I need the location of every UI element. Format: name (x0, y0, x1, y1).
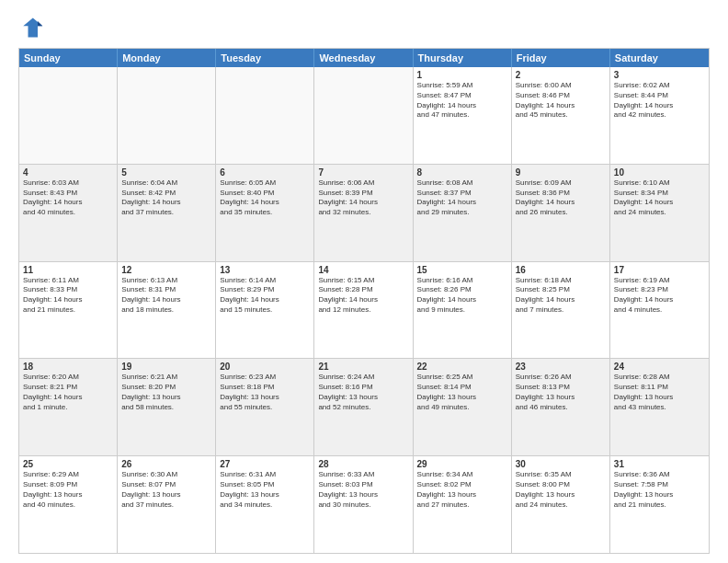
calendar-header-cell: Tuesday (216, 49, 314, 67)
day-number: 19 (121, 362, 211, 372)
cell-line: Daylight: 13 hours (220, 393, 310, 403)
calendar-cell: 5Sunrise: 6:04 AMSunset: 8:42 PMDaylight… (118, 165, 216, 261)
cell-line: Sunset: 8:26 PM (417, 285, 507, 295)
cell-line: Sunrise: 6:02 AM (614, 81, 705, 91)
day-number: 3 (614, 70, 705, 80)
cell-line: Daylight: 13 hours (516, 490, 606, 500)
cell-line: Sunrise: 6:31 AM (220, 470, 310, 480)
day-number: 11 (23, 265, 113, 275)
day-number: 30 (516, 459, 606, 469)
cell-line: Sunrise: 6:05 AM (220, 178, 310, 189)
calendar-header-cell: Sunday (19, 49, 118, 67)
calendar-cell: 29Sunrise: 6:34 AMSunset: 8:02 PMDayligh… (414, 456, 512, 553)
cell-line: Sunrise: 6:25 AM (417, 373, 507, 383)
cell-line: Sunset: 8:20 PM (121, 383, 211, 393)
cell-line: Sunset: 8:02 PM (417, 480, 507, 490)
day-number: 9 (516, 167, 606, 178)
calendar-cell: 31Sunrise: 6:36 AMSunset: 7:58 PMDayligh… (610, 456, 709, 553)
day-number: 6 (220, 167, 310, 178)
cell-line: Sunrise: 6:29 AM (23, 470, 113, 480)
cell-line: Sunrise: 6:24 AM (318, 373, 408, 383)
calendar-cell: 1Sunrise: 5:59 AMSunset: 8:47 PMDaylight… (414, 67, 512, 164)
cell-line: Sunrise: 6:36 AM (614, 470, 705, 480)
cell-line: Sunset: 8:44 PM (614, 91, 705, 101)
cell-line: Sunset: 8:36 PM (516, 189, 606, 199)
calendar-cell-empty (314, 67, 413, 164)
calendar-cell: 25Sunrise: 6:29 AMSunset: 8:09 PMDayligh… (19, 456, 118, 553)
cell-line: and 29 minutes. (417, 208, 507, 218)
calendar-cell: 24Sunrise: 6:28 AMSunset: 8:11 PMDayligh… (610, 359, 709, 455)
cell-line: Sunset: 8:11 PM (614, 383, 705, 393)
cell-line: and 55 minutes. (220, 403, 310, 413)
cell-line: Sunset: 8:23 PM (614, 285, 705, 295)
cell-line: Daylight: 13 hours (318, 490, 408, 500)
calendar-cell: 20Sunrise: 6:23 AMSunset: 8:18 PMDayligh… (216, 359, 314, 455)
calendar: SundayMondayTuesdayWednesdayThursdayFrid… (19, 49, 709, 553)
cell-line: Sunset: 8:33 PM (23, 285, 113, 295)
cell-line: Sunset: 8:46 PM (516, 91, 606, 101)
day-number: 28 (318, 459, 408, 469)
cell-line: Daylight: 14 hours (614, 101, 705, 111)
calendar-row: 1Sunrise: 5:59 AMSunset: 8:47 PMDaylight… (19, 67, 709, 165)
cell-line: Sunset: 8:34 PM (614, 189, 705, 199)
cell-line: Daylight: 14 hours (220, 198, 310, 208)
cell-line: Sunset: 8:03 PM (318, 480, 408, 490)
cell-line: Daylight: 14 hours (121, 295, 211, 305)
cell-line: Sunset: 8:14 PM (417, 383, 507, 393)
calendar-cell: 13Sunrise: 6:14 AMSunset: 8:29 PMDayligh… (216, 262, 314, 359)
calendar-cell: 11Sunrise: 6:11 AMSunset: 8:33 PMDayligh… (19, 262, 118, 359)
cell-line: Sunset: 8:40 PM (220, 189, 310, 199)
cell-line: Sunset: 8:47 PM (417, 91, 507, 101)
day-number: 20 (220, 362, 310, 372)
cell-line: and 52 minutes. (318, 403, 408, 413)
cell-line: Sunset: 8:00 PM (516, 480, 606, 490)
cell-line: Daylight: 13 hours (417, 490, 507, 500)
cell-line: and 4 minutes. (614, 305, 705, 316)
day-number: 29 (417, 459, 507, 469)
calendar-cell: 30Sunrise: 6:35 AMSunset: 8:00 PMDayligh… (512, 456, 610, 553)
calendar-cell: 17Sunrise: 6:19 AMSunset: 8:23 PMDayligh… (610, 262, 709, 359)
cell-line: and 37 minutes. (121, 208, 211, 218)
day-number: 26 (121, 459, 211, 469)
day-number: 7 (318, 167, 408, 178)
cell-line: and 9 minutes. (417, 305, 507, 316)
calendar-cell: 3Sunrise: 6:02 AMSunset: 8:44 PMDaylight… (610, 67, 709, 164)
cell-line: Daylight: 13 hours (220, 490, 310, 500)
calendar-cell: 16Sunrise: 6:18 AMSunset: 8:25 PMDayligh… (512, 262, 610, 359)
calendar-cell: 8Sunrise: 6:08 AMSunset: 8:37 PMDaylight… (414, 165, 512, 261)
calendar-row: 18Sunrise: 6:20 AMSunset: 8:21 PMDayligh… (19, 359, 709, 456)
cell-line: and 47 minutes. (417, 110, 507, 121)
day-number: 27 (220, 459, 310, 469)
day-number: 13 (220, 265, 310, 275)
cell-line: Sunrise: 6:15 AM (318, 276, 408, 286)
calendar-header-cell: Monday (118, 49, 216, 67)
cell-line: and 7 minutes. (516, 305, 606, 316)
calendar-cell-empty (19, 67, 118, 164)
cell-line: and 43 minutes. (614, 403, 705, 413)
cell-line: Sunset: 8:07 PM (121, 480, 211, 490)
cell-line: and 35 minutes. (220, 208, 310, 218)
cell-line: Daylight: 14 hours (220, 295, 310, 305)
calendar-cell: 2Sunrise: 6:00 AMSunset: 8:46 PMDaylight… (512, 67, 610, 164)
cell-line: Sunrise: 6:06 AM (318, 178, 408, 189)
cell-line: Sunrise: 6:19 AM (614, 276, 705, 286)
cell-line: and 45 minutes. (516, 110, 606, 121)
cell-line: and 12 minutes. (318, 305, 408, 316)
cell-line: Daylight: 13 hours (614, 490, 705, 500)
calendar-cell-empty (216, 67, 314, 164)
cell-line: Sunrise: 6:13 AM (121, 276, 211, 286)
cell-line: and 30 minutes. (318, 500, 408, 511)
cell-line: Sunset: 8:18 PM (220, 383, 310, 393)
cell-line: Sunrise: 6:18 AM (516, 276, 606, 286)
calendar-header-cell: Wednesday (314, 49, 413, 67)
calendar-container: SundayMondayTuesdayWednesdayThursdayFrid… (18, 48, 710, 554)
calendar-cell: 7Sunrise: 6:06 AMSunset: 8:39 PMDaylight… (314, 165, 413, 261)
cell-line: Sunset: 8:31 PM (121, 285, 211, 295)
cell-line: Sunset: 8:21 PM (23, 383, 113, 393)
cell-line: Sunset: 8:29 PM (220, 285, 310, 295)
calendar-cell: 14Sunrise: 6:15 AMSunset: 8:28 PMDayligh… (314, 262, 413, 359)
day-number: 21 (318, 362, 408, 372)
calendar-cell: 18Sunrise: 6:20 AMSunset: 8:21 PMDayligh… (19, 359, 118, 455)
cell-line: Sunrise: 6:34 AM (417, 470, 507, 480)
calendar-header-cell: Friday (512, 49, 610, 67)
